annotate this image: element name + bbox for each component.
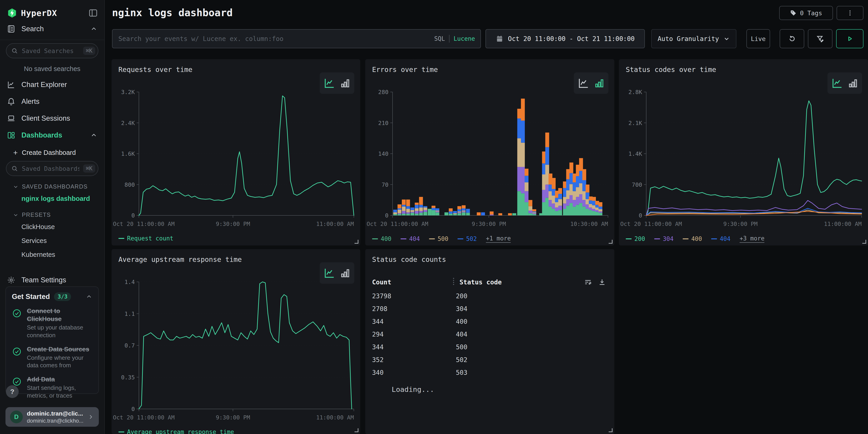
- legend-swatch: [458, 239, 463, 239]
- sql-mode-toggle[interactable]: SQL: [434, 35, 445, 42]
- panel-resize-handle[interactable]: [862, 240, 866, 244]
- svg-text:1.4: 1.4: [125, 279, 135, 285]
- legend-more[interactable]: +3 more: [740, 235, 765, 243]
- panel-title: Requests over time: [118, 66, 192, 73]
- lucene-mode-toggle[interactable]: Lucene: [454, 35, 475, 42]
- column-header-status-code[interactable]: Status code: [460, 278, 584, 286]
- svg-text:1.6K: 1.6K: [121, 151, 135, 157]
- avatar: D: [10, 410, 23, 423]
- average-upstream-response-time-chart[interactable]: 1.41.10.70.350Oct 20 11:00:00 AM9:30:00 …: [112, 276, 360, 425]
- saved-dashboards-field[interactable]: [22, 165, 80, 173]
- legend-swatch: [626, 239, 632, 239]
- chevron-down-icon: [723, 35, 730, 42]
- granularity-value: Auto Granularity: [658, 35, 719, 42]
- panel-resize-handle[interactable]: [354, 240, 359, 244]
- legend-item[interactable]: 502: [458, 236, 477, 242]
- filter-button[interactable]: [808, 29, 833, 48]
- get-started-item-add-data[interactable]: Add Data Start sending logs, metrics, or…: [12, 375, 92, 400]
- event-search-bar[interactable]: SQL Lucene: [112, 29, 481, 48]
- help-button[interactable]: ?: [6, 385, 19, 398]
- refresh-button[interactable]: [780, 29, 804, 48]
- errors-over-time-chart[interactable]: 280210140700Oct 20 11:00:00 AM9:30:00 PM…: [365, 86, 614, 232]
- saved-dashboards-section-header[interactable]: SAVED DASHBOARDS: [0, 177, 104, 192]
- chart-type-toggle[interactable]: [320, 262, 354, 284]
- presets-section-header[interactable]: PRESETS: [0, 206, 104, 220]
- sidebar-item-chart-explorer[interactable]: Chart Explorer: [0, 76, 104, 93]
- panel-resize-handle[interactable]: [609, 428, 613, 432]
- legend-item[interactable]: Average upstream response time: [118, 429, 234, 434]
- legend-item[interactable]: 304: [654, 236, 674, 242]
- sidebar-item-dashboards[interactable]: Dashboards: [0, 127, 104, 144]
- sidebar-item-nginx-logs-dashboard[interactable]: nginx logs dashboard: [0, 192, 104, 206]
- chart-type-toggle[interactable]: [828, 72, 862, 94]
- get-started-item-connect[interactable]: Connect to ClickHouse Set up your databa…: [12, 307, 92, 339]
- chart-legend: Request count: [118, 235, 174, 242]
- svg-text:0.7: 0.7: [125, 342, 135, 349]
- run-query-button[interactable]: [836, 29, 863, 48]
- get-started-item-sources[interactable]: Create Data Sources Configure where your…: [12, 345, 92, 370]
- svg-text:0.35: 0.35: [121, 374, 135, 381]
- event-search-input[interactable]: [118, 35, 430, 43]
- sidebar-collapse-button[interactable]: [88, 8, 98, 18]
- legend-item[interactable]: 400: [683, 236, 702, 242]
- sidebar-item-client-sessions[interactable]: Client Sessions: [0, 110, 104, 127]
- laptop-icon: [7, 114, 16, 123]
- chevron-down-icon: [13, 212, 19, 218]
- chart-type-toggle[interactable]: [320, 72, 354, 94]
- tags-button[interactable]: 0 Tags: [779, 6, 833, 20]
- svg-text:10:30:00 AM: 10:30:00 AM: [570, 221, 608, 227]
- table-row[interactable]: 344400: [372, 315, 606, 328]
- line-chart-icon: [831, 77, 844, 90]
- sidebar-item-alerts[interactable]: Alerts: [0, 93, 104, 110]
- requests-over-time-chart[interactable]: 3.2K2.4K1.6K8000Oct 20 11:00:00 AM9:30:0…: [112, 86, 360, 232]
- table-row[interactable]: 352502: [372, 353, 606, 366]
- status-codes-over-time-chart[interactable]: 2.8K2.1K1.4K7000Oct 20 11:00:00 AM9:30:0…: [619, 86, 868, 232]
- legend-item[interactable]: 500: [429, 236, 448, 242]
- table-row[interactable]: 344500: [372, 341, 606, 353]
- sidebar-item-label: Client Sessions: [22, 114, 70, 123]
- table-row[interactable]: 340503: [372, 366, 606, 379]
- legend-more[interactable]: +1 more: [486, 235, 511, 243]
- saved-searches-field[interactable]: [22, 47, 80, 55]
- legend-item[interactable]: 200: [626, 236, 645, 242]
- svg-text:11:00:00 AM: 11:00:00 AM: [316, 221, 354, 227]
- saved-dashboards-input[interactable]: ⌘K: [6, 161, 98, 176]
- get-started-header[interactable]: Get Started 3/3: [12, 292, 92, 301]
- sidebar-item-clickhouse[interactable]: ClickHouse: [0, 220, 104, 234]
- user-card[interactable]: D dominic.tran@clic... dominic.tran@clic…: [5, 407, 99, 427]
- loading-text: Loading...: [392, 385, 434, 394]
- wrap-text-icon[interactable]: [584, 278, 592, 286]
- sidebar-item-team-settings[interactable]: Team Settings: [0, 272, 104, 288]
- table-row[interactable]: 2708304: [372, 302, 606, 315]
- svg-text:70: 70: [382, 182, 389, 188]
- legend-swatch: [118, 432, 124, 432]
- granularity-select[interactable]: Auto Granularity: [651, 29, 736, 48]
- date-range-picker[interactable]: Oct 20 11:00:00 - Oct 21 11:00:00: [486, 29, 645, 48]
- sidebar-item-services[interactable]: Services: [0, 234, 104, 248]
- sidebar-item-label: Team Settings: [22, 276, 66, 284]
- panel-resize-handle[interactable]: [609, 240, 613, 244]
- dashboard-menu-button[interactable]: [837, 6, 863, 20]
- sidebar-divider: [0, 40, 104, 40]
- count-cell: 352: [372, 356, 456, 364]
- live-button[interactable]: Live: [746, 29, 770, 48]
- create-dashboard-button[interactable]: + Create Dashboard: [0, 144, 104, 159]
- sidebar-item-search[interactable]: Search: [0, 21, 104, 37]
- column-drag-handle[interactable]: [452, 277, 456, 287]
- chart-type-toggle[interactable]: [574, 72, 609, 94]
- svg-text:0: 0: [639, 212, 642, 219]
- column-header-count[interactable]: Count: [372, 278, 452, 286]
- panel-title: Status codes over time: [626, 66, 716, 73]
- table-row[interactable]: 23798200: [372, 290, 606, 302]
- legend-item[interactable]: Request count: [118, 235, 174, 242]
- legend-item[interactable]: 404: [711, 236, 731, 242]
- legend-item[interactable]: 400: [372, 236, 392, 242]
- saved-searches-input[interactable]: ⌘K: [6, 43, 98, 58]
- panel-resize-handle[interactable]: [354, 428, 359, 432]
- task-desc: Configure where your data comes from: [27, 354, 92, 370]
- legend-item[interactable]: 404: [401, 236, 420, 242]
- table-row[interactable]: 294404: [372, 328, 606, 341]
- download-icon[interactable]: [598, 278, 606, 286]
- status-code-cell: 502: [456, 356, 606, 364]
- sidebar-item-kubernetes[interactable]: Kubernetes: [0, 248, 104, 261]
